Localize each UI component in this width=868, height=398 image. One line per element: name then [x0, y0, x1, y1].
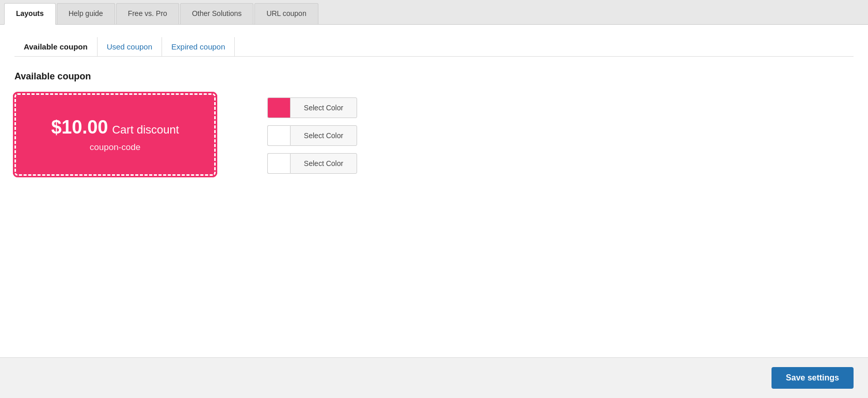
coupon-code: coupon-code	[90, 142, 140, 153]
color-select-button-3[interactable]: Select Color	[290, 153, 357, 174]
sub-tab-available[interactable]: Available coupon	[14, 37, 98, 56]
tab-other-solutions[interactable]: Other Solutions	[180, 3, 254, 24]
coupon-amount: $10.00	[51, 117, 108, 138]
color-swatch-3[interactable]	[267, 153, 290, 174]
coupon-row: $10.00 Cart discount coupon-code Select …	[14, 93, 854, 176]
color-picker-row-3: Select Color	[267, 153, 357, 174]
tab-layouts[interactable]: Layouts	[4, 3, 56, 25]
coupon-preview-card: $10.00 Cart discount coupon-code	[14, 93, 216, 176]
color-picker-row-2: Select Color	[267, 125, 357, 146]
coupon-description: Cart discount	[112, 123, 179, 137]
color-swatch-2[interactable]	[267, 125, 290, 146]
save-settings-button[interactable]: Save settings	[771, 367, 854, 389]
coupon-amount-line: $10.00 Cart discount	[51, 117, 179, 138]
tab-free-vs-pro[interactable]: Free vs. Pro	[116, 3, 179, 24]
tab-url-coupon[interactable]: URL coupon	[254, 3, 318, 24]
color-swatch-1[interactable]	[267, 97, 290, 118]
tab-bar: Layouts Help guide Free vs. Pro Other So…	[0, 0, 868, 25]
color-picker-row-1: Select Color	[267, 97, 357, 118]
sub-tab-used[interactable]: Used coupon	[98, 37, 162, 56]
color-select-button-2[interactable]: Select Color	[290, 125, 357, 146]
color-pickers: Select Color Select Color Select Color	[267, 93, 357, 174]
tab-help-guide[interactable]: Help guide	[57, 3, 115, 24]
sub-tab-expired[interactable]: Expired coupon	[162, 37, 235, 56]
main-content: Available coupon Used coupon Expired cou…	[0, 25, 868, 357]
page-footer: Save settings	[0, 357, 868, 398]
sub-tab-bar: Available coupon Used coupon Expired cou…	[14, 37, 854, 57]
page-wrapper: Layouts Help guide Free vs. Pro Other So…	[0, 0, 868, 398]
color-select-button-1[interactable]: Select Color	[290, 97, 357, 118]
section-title: Available coupon	[14, 71, 854, 82]
